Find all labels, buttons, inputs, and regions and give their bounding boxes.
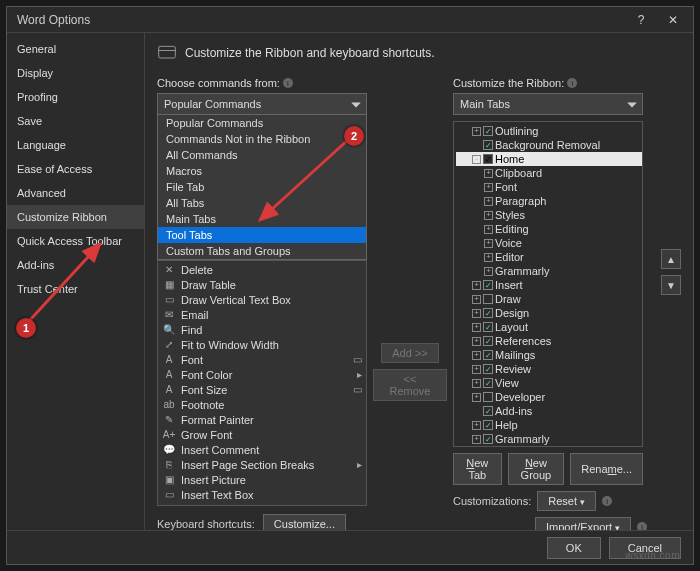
tree-item[interactable]: +Draw xyxy=(456,292,642,306)
checkbox[interactable]: ✓ xyxy=(483,140,493,150)
sidebar-item-language[interactable]: Language xyxy=(7,133,144,157)
dropdown-item[interactable]: Main Tabs xyxy=(158,211,366,227)
info-icon[interactable]: i xyxy=(637,522,647,530)
tree-item[interactable]: +✓Layout xyxy=(456,320,642,334)
sidebar-item-trust-center[interactable]: Trust Center xyxy=(7,277,144,301)
tree-item[interactable]: +✓Outlining xyxy=(456,124,642,138)
tree-item[interactable]: +✓Insert xyxy=(456,278,642,292)
tree-item[interactable]: +✓View xyxy=(456,376,642,390)
checkbox[interactable]: ✓ xyxy=(483,378,493,388)
command-item[interactable]: 💬Insert Comment xyxy=(158,442,366,457)
checkbox[interactable]: ✓ xyxy=(483,308,493,318)
sidebar-item-save[interactable]: Save xyxy=(7,109,144,133)
checkbox[interactable]: ✓ xyxy=(483,280,493,290)
dropdown-item[interactable]: Macros xyxy=(158,163,366,179)
expand-icon[interactable]: + xyxy=(472,309,481,318)
sidebar-item-add-ins[interactable]: Add-ins xyxy=(7,253,144,277)
remove-button[interactable]: << Remove xyxy=(373,369,447,401)
tree-item[interactable]: ✓Add-ins xyxy=(456,404,642,418)
command-item[interactable]: ✎Format Painter xyxy=(158,412,366,427)
new-tab-button[interactable]: NNew Tabew Tab xyxy=(453,453,502,485)
checkbox[interactable]: ✓ xyxy=(483,336,493,346)
command-item[interactable]: ▣Insert Picture xyxy=(158,472,366,487)
choose-commands-combo[interactable]: Popular Commands xyxy=(157,93,367,115)
dropdown-item[interactable]: Commands Not in the Ribbon xyxy=(158,131,366,147)
choose-commands-dropdown[interactable]: Popular CommandsCommands Not in the Ribb… xyxy=(157,114,367,260)
checkbox[interactable]: ✓ xyxy=(483,406,493,416)
expand-icon[interactable]: + xyxy=(484,169,493,178)
tree-item[interactable]: +Developer xyxy=(456,390,642,404)
commands-list[interactable]: ✕Delete▦Draw Table▭Draw Vertical Text Bo… xyxy=(157,260,367,506)
command-item[interactable]: ▦Draw Table xyxy=(158,277,366,292)
add-button[interactable]: Add >> xyxy=(381,343,438,363)
checkbox[interactable] xyxy=(483,392,493,402)
expand-icon[interactable]: + xyxy=(472,393,481,402)
expand-icon[interactable]: + xyxy=(472,295,481,304)
info-icon[interactable]: i xyxy=(283,78,293,88)
command-item[interactable]: abFootnote xyxy=(158,397,366,412)
help-button[interactable]: ? xyxy=(625,8,657,32)
expand-icon[interactable]: + xyxy=(484,211,493,220)
sidebar-item-ease-of-access[interactable]: Ease of Access xyxy=(7,157,144,181)
checkbox[interactable]: ✓ xyxy=(483,154,493,164)
sidebar-item-quick-access-toolbar[interactable]: Quick Access Toolbar xyxy=(7,229,144,253)
tree-item[interactable]: +Clipboard xyxy=(456,166,642,180)
command-item[interactable]: ✕Delete xyxy=(158,262,366,277)
customize-ribbon-combo[interactable]: Main Tabs xyxy=(453,93,643,115)
tree-item[interactable]: +✓Design xyxy=(456,306,642,320)
expand-icon[interactable]: + xyxy=(484,267,493,276)
command-item[interactable]: ≡Line and Paragraph Spacing▸ xyxy=(158,502,366,506)
ribbon-tree[interactable]: +✓Outlining✓Background Removal-✓Home+Cli… xyxy=(453,121,643,447)
expand-icon[interactable]: + xyxy=(484,197,493,206)
checkbox[interactable]: ✓ xyxy=(483,434,493,444)
info-icon[interactable]: i xyxy=(602,496,612,506)
dropdown-item[interactable]: Tool Tabs xyxy=(158,227,366,243)
sidebar-item-general[interactable]: General xyxy=(7,37,144,61)
expand-icon[interactable]: + xyxy=(472,365,481,374)
sidebar-item-advanced[interactable]: Advanced xyxy=(7,181,144,205)
expand-icon[interactable]: + xyxy=(472,337,481,346)
expand-icon[interactable]: + xyxy=(472,351,481,360)
command-item[interactable]: ✉Email xyxy=(158,307,366,322)
expand-icon[interactable]: + xyxy=(472,421,481,430)
command-item[interactable]: ⎘Insert Page Section Breaks▸ xyxy=(158,457,366,472)
tree-item[interactable]: +✓Mailings xyxy=(456,348,642,362)
command-item[interactable]: ▭Insert Text Box xyxy=(158,487,366,502)
dropdown-item[interactable]: Custom Tabs and Groups xyxy=(158,243,366,259)
checkbox[interactable]: ✓ xyxy=(483,322,493,332)
tree-item[interactable]: +Font xyxy=(456,180,642,194)
tree-item[interactable]: -✓Home xyxy=(456,152,642,166)
customize-shortcuts-button[interactable]: Customize... xyxy=(263,514,346,530)
expand-icon[interactable]: + xyxy=(472,323,481,332)
expand-icon[interactable]: - xyxy=(472,155,481,164)
import-export-button[interactable]: Import/Export▾ xyxy=(535,517,631,530)
tree-item[interactable]: +✓Review xyxy=(456,362,642,376)
command-item[interactable]: AFont Color▸ xyxy=(158,367,366,382)
checkbox[interactable]: ✓ xyxy=(483,364,493,374)
tree-item[interactable]: +✓Help xyxy=(456,418,642,432)
sidebar-item-customize-ribbon[interactable]: Customize Ribbon xyxy=(7,205,144,229)
command-item[interactable]: AFont Size▭ xyxy=(158,382,366,397)
command-item[interactable]: ⤢Fit to Window Width xyxy=(158,337,366,352)
expand-icon[interactable]: + xyxy=(484,253,493,262)
ok-button[interactable]: OK xyxy=(547,537,601,559)
dropdown-item[interactable]: All Tabs xyxy=(158,195,366,211)
tree-item[interactable]: +✓Grammarly xyxy=(456,432,642,446)
checkbox[interactable]: ✓ xyxy=(483,420,493,430)
command-item[interactable]: AFont▭ xyxy=(158,352,366,367)
dropdown-item[interactable]: All Commands xyxy=(158,147,366,163)
tree-item[interactable]: +Styles xyxy=(456,208,642,222)
tree-item[interactable]: +Editor xyxy=(456,250,642,264)
info-icon[interactable]: i xyxy=(567,78,577,88)
checkbox[interactable]: ✓ xyxy=(483,350,493,360)
tree-item[interactable]: +Editing xyxy=(456,222,642,236)
expand-icon[interactable]: + xyxy=(472,127,481,136)
command-item[interactable]: ▭Draw Vertical Text Box xyxy=(158,292,366,307)
command-item[interactable]: A+Grow Font xyxy=(158,427,366,442)
expand-icon[interactable]: + xyxy=(484,225,493,234)
expand-icon[interactable]: + xyxy=(472,281,481,290)
expand-icon[interactable]: + xyxy=(484,183,493,192)
expand-icon[interactable]: + xyxy=(472,435,481,444)
sidebar-item-display[interactable]: Display xyxy=(7,61,144,85)
dropdown-item[interactable]: Popular Commands xyxy=(158,115,366,131)
